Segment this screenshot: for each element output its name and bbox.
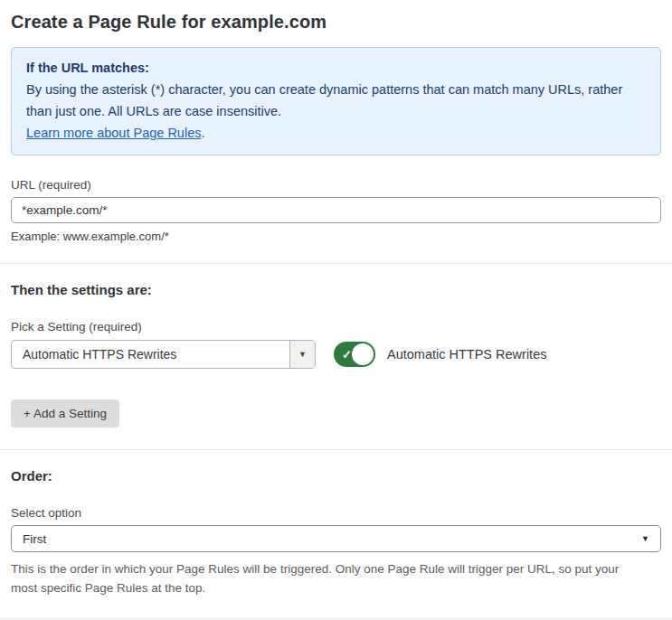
order-select-value: First xyxy=(23,532,46,546)
order-section-heading: Order: xyxy=(11,468,661,484)
url-input[interactable] xyxy=(11,197,661,223)
check-icon: ✓ xyxy=(342,348,352,362)
setting-dropdown[interactable]: Automatic HTTPS Rewrites ▼ xyxy=(11,340,316,369)
divider xyxy=(0,618,672,619)
https-rewrites-toggle[interactable]: ✓ xyxy=(334,342,375,367)
divider xyxy=(0,263,672,264)
add-setting-button[interactable]: + Add a Setting xyxy=(11,399,119,427)
setting-row: Automatic HTTPS Rewrites ▼ ✓ Automatic H… xyxy=(11,340,661,369)
setting-dropdown-value: Automatic HTTPS Rewrites xyxy=(12,341,289,368)
info-box-heading: If the URL matches: xyxy=(26,57,646,79)
order-helper-text: This is the order in which your Page Rul… xyxy=(11,559,644,597)
chevron-down-icon: ▼ xyxy=(298,350,307,359)
learn-more-link[interactable]: Learn more about Page Rules xyxy=(26,126,201,140)
info-box-link-line: Learn more about Page Rules. xyxy=(26,122,646,144)
order-select[interactable]: First ▼ xyxy=(11,525,661,552)
chevron-down-icon: ▼ xyxy=(641,534,649,543)
url-example-helper: Example: www.example.com/* xyxy=(11,230,661,243)
order-select-label: Select option xyxy=(11,506,661,520)
setting-dropdown-arrow-button[interactable]: ▼ xyxy=(289,341,315,368)
toggle-knob xyxy=(352,343,374,365)
page-title: Create a Page Rule for example.com xyxy=(11,12,661,33)
link-period: . xyxy=(201,126,204,140)
url-matches-info-box: If the URL matches: By using the asteris… xyxy=(11,47,661,155)
url-field-label: URL (required) xyxy=(11,178,661,192)
create-page-rule-form: Create a Page Rule for example.com If th… xyxy=(0,12,672,620)
toggle-label: Automatic HTTPS Rewrites xyxy=(387,347,546,362)
settings-section-heading: Then the settings are: xyxy=(11,282,661,297)
info-box-body: By using the asterisk (*) character, you… xyxy=(26,79,646,122)
pick-setting-label: Pick a Setting (required) xyxy=(11,320,661,333)
divider xyxy=(0,449,672,450)
